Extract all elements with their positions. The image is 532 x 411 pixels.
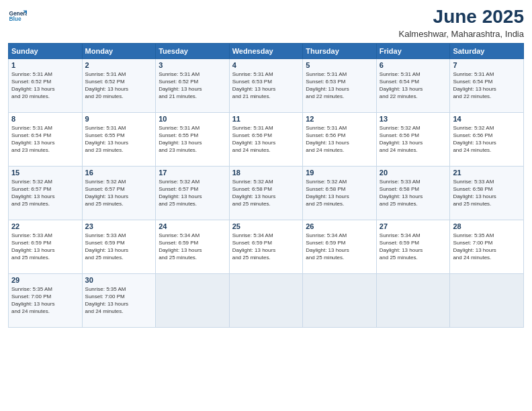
calendar-header-row: Sunday Monday Tuesday Wednesday Thursday… (9, 43, 524, 58)
col-saturday: Saturday (450, 43, 524, 58)
table-row: 11Sunrise: 5:31 AMSunset: 6:56 PMDayligh… (229, 112, 303, 166)
location: Kalmeshwar, Maharashtra, India (399, 29, 524, 39)
page-container: General Blue June 2025 Kalmeshwar, Mahar… (0, 0, 532, 334)
table-row: 4Sunrise: 5:31 AMSunset: 6:53 PMDaylight… (229, 58, 303, 112)
table-row: 18Sunrise: 5:32 AMSunset: 6:58 PMDayligh… (229, 166, 303, 220)
table-row: 27Sunrise: 5:34 AMSunset: 6:59 PMDayligh… (376, 220, 450, 273)
table-row: 13Sunrise: 5:32 AMSunset: 6:56 PMDayligh… (376, 112, 450, 166)
table-row: 24Sunrise: 5:34 AMSunset: 6:59 PMDayligh… (156, 220, 230, 273)
table-row: 10Sunrise: 5:31 AMSunset: 6:55 PMDayligh… (156, 112, 230, 166)
header: General Blue June 2025 Kalmeshwar, Mahar… (8, 7, 524, 39)
table-row: 6Sunrise: 5:31 AMSunset: 6:54 PMDaylight… (376, 58, 450, 112)
table-row (229, 273, 303, 327)
table-row (303, 273, 377, 327)
svg-text:Blue: Blue (9, 15, 21, 22)
table-row: 2Sunrise: 5:31 AMSunset: 6:52 PMDaylight… (82, 58, 156, 112)
table-row: 25Sunrise: 5:34 AMSunset: 6:59 PMDayligh… (229, 220, 303, 273)
table-row: 22Sunrise: 5:33 AMSunset: 6:59 PMDayligh… (9, 220, 83, 273)
logo-icon: General Blue (8, 7, 27, 26)
table-row: 12Sunrise: 5:31 AMSunset: 6:56 PMDayligh… (303, 112, 377, 166)
table-row: 9Sunrise: 5:31 AMSunset: 6:55 PMDaylight… (82, 112, 156, 166)
table-row: 30Sunrise: 5:35 AMSunset: 7:00 PMDayligh… (82, 273, 156, 327)
table-row: 28Sunrise: 5:35 AMSunset: 7:00 PMDayligh… (450, 220, 524, 273)
table-row: 20Sunrise: 5:33 AMSunset: 6:58 PMDayligh… (376, 166, 450, 220)
calendar-week-5: 29Sunrise: 5:35 AMSunset: 7:00 PMDayligh… (9, 273, 524, 327)
table-row (376, 273, 450, 327)
table-row: 5Sunrise: 5:31 AMSunset: 6:53 PMDaylight… (303, 58, 377, 112)
col-monday: Monday (82, 43, 156, 58)
col-thursday: Thursday (303, 43, 377, 58)
table-row (450, 273, 524, 327)
month-title: June 2025 (399, 7, 524, 28)
table-row: 29Sunrise: 5:35 AMSunset: 7:00 PMDayligh… (9, 273, 83, 327)
table-row: 17Sunrise: 5:32 AMSunset: 6:57 PMDayligh… (156, 166, 230, 220)
col-friday: Friday (376, 43, 450, 58)
table-row: 19Sunrise: 5:32 AMSunset: 6:58 PMDayligh… (303, 166, 377, 220)
table-row: 23Sunrise: 5:33 AMSunset: 6:59 PMDayligh… (82, 220, 156, 273)
table-row: 16Sunrise: 5:32 AMSunset: 6:57 PMDayligh… (82, 166, 156, 220)
table-row: 21Sunrise: 5:33 AMSunset: 6:58 PMDayligh… (450, 166, 524, 220)
table-row: 1Sunrise: 5:31 AMSunset: 6:52 PMDaylight… (9, 58, 83, 112)
calendar-week-3: 15Sunrise: 5:32 AMSunset: 6:57 PMDayligh… (9, 166, 524, 220)
table-row: 3Sunrise: 5:31 AMSunset: 6:52 PMDaylight… (156, 58, 230, 112)
calendar-week-1: 1Sunrise: 5:31 AMSunset: 6:52 PMDaylight… (9, 58, 524, 112)
logo: General Blue (8, 7, 27, 26)
table-row: 15Sunrise: 5:32 AMSunset: 6:57 PMDayligh… (9, 166, 83, 220)
title-block: June 2025 Kalmeshwar, Maharashtra, India (399, 7, 524, 39)
col-tuesday: Tuesday (156, 43, 230, 58)
calendar-week-4: 22Sunrise: 5:33 AMSunset: 6:59 PMDayligh… (9, 220, 524, 273)
calendar-table: Sunday Monday Tuesday Wednesday Thursday… (8, 43, 524, 328)
table-row: 8Sunrise: 5:31 AMSunset: 6:54 PMDaylight… (9, 112, 83, 166)
table-row: 14Sunrise: 5:32 AMSunset: 6:56 PMDayligh… (450, 112, 524, 166)
table-row: 7Sunrise: 5:31 AMSunset: 6:54 PMDaylight… (450, 58, 524, 112)
col-sunday: Sunday (9, 43, 83, 58)
table-row: 26Sunrise: 5:34 AMSunset: 6:59 PMDayligh… (303, 220, 377, 273)
col-wednesday: Wednesday (229, 43, 303, 58)
table-row (156, 273, 230, 327)
calendar-week-2: 8Sunrise: 5:31 AMSunset: 6:54 PMDaylight… (9, 112, 524, 166)
